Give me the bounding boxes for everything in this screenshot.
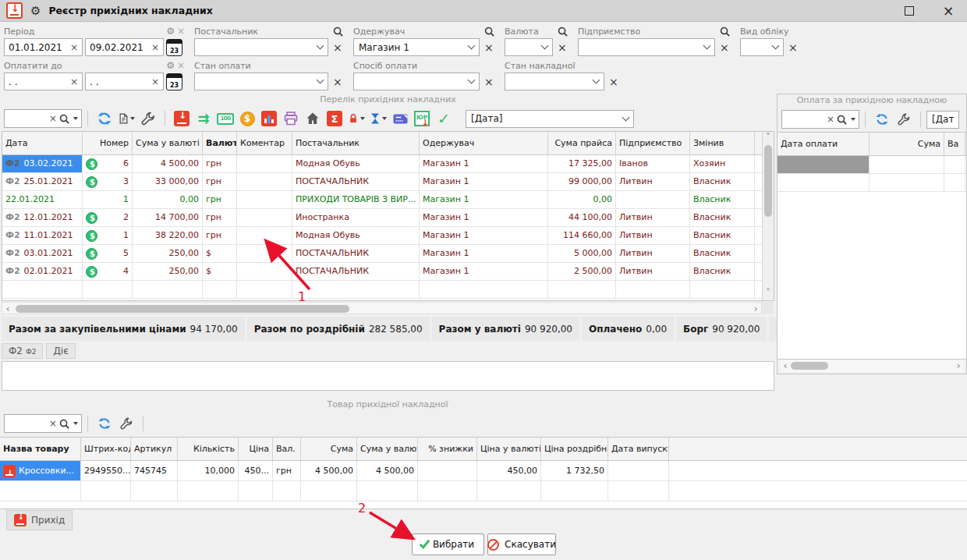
column-header[interactable]: Сума [870,133,944,155]
cell-price-sum[interactable]: 0,00 [548,191,616,208]
cell-sum-currency[interactable]: 33 000,00 [133,173,203,190]
period-to-input[interactable]: 09.02.2021 × [85,38,164,56]
cell-receiver[interactable]: Магазин 1 [420,191,548,208]
home-button[interactable] [304,110,321,127]
column-header[interactable]: Сума у валюті [357,438,418,460]
column-header[interactable]: Сума у валюті [133,132,203,154]
cell-product-name[interactable]: Кроссовки... [0,461,81,480]
search-icon[interactable] [836,114,848,126]
column-header[interactable]: Ціна роздрібна [541,438,608,460]
cell-comment[interactable] [237,227,292,244]
refresh-button[interactable] [873,111,891,128]
scrollbar-thumb[interactable] [16,305,349,313]
cell-date[interactable]: Ф203.01.2021 [2,245,83,262]
cell-enterprise[interactable]: Іванов [616,155,690,172]
column-header[interactable]: % знижки [418,438,477,460]
column-header[interactable]: Змінив [690,132,755,154]
cell-number[interactable]: 5 [83,245,133,262]
sort-combo[interactable]: [Дата] [926,111,959,129]
cell-number[interactable]: 2 [83,209,133,226]
column-header[interactable]: Назва товару [0,438,81,460]
cell-sum-currency[interactable]: 4 500,00 [357,461,418,480]
cell-currency[interactable]: грн [203,227,237,244]
cell-receiver[interactable]: Магазин 1 [420,155,548,172]
search-options-dropdown-icon[interactable] [73,117,78,120]
print-button[interactable] [282,110,299,127]
scroll-right-icon[interactable]: › [953,360,964,372]
cell-discount[interactable] [418,461,477,480]
history-button[interactable] [370,110,387,127]
cell-changed-by[interactable]: Власник [690,173,755,190]
search-icon[interactable] [557,26,569,37]
clear-x-icon[interactable]: × [49,419,57,428]
table-row[interactable]: Ф211.01.2021138 220,00грнМодная ОбувьМаг… [2,227,774,245]
pay-until-to-input[interactable]: . . × [85,73,164,90]
receiver-clear-icon[interactable]: × [484,42,494,53]
supplier-clear-icon[interactable]: × [333,42,342,53]
invoice-state-clear-icon[interactable]: × [609,76,618,87]
cell-number[interactable]: 1 [83,191,133,208]
search-icon[interactable] [332,26,344,37]
calendar-icon[interactable] [166,39,182,56]
cell-price-sum[interactable]: 99 000,00 [548,173,616,190]
cell-price-sum[interactable]: 2 500,00 [548,263,616,280]
column-header[interactable]: Сума прайса [548,132,616,154]
cell-article[interactable]: 745745 [131,461,178,480]
search-input[interactable]: × [4,109,82,128]
table-row[interactable]: Ф212.01.2021214 700,00грнИностранкаМагаз… [2,209,774,227]
select-button[interactable]: Вибрати [412,533,484,555]
view-tab[interactable]: Ф2Ф2 [2,343,43,359]
search-icon[interactable] [58,113,70,125]
scroll-left-icon[interactable]: ‹ [780,360,791,372]
cell-comment[interactable] [237,209,292,226]
table-row-selected-empty[interactable] [777,156,966,174]
pay-state-clear-icon[interactable]: × [333,76,342,87]
column-header[interactable]: Артикул [131,438,178,460]
cell-date[interactable]: Ф212.01.2021 [2,209,83,226]
cancel-button[interactable]: Скасувати [487,533,556,555]
column-header[interactable]: Підприємство [616,132,690,154]
scroll-right-icon[interactable]: › [750,303,761,315]
banknote-button[interactable] [217,110,234,127]
cell-enterprise[interactable]: Литвин [616,209,690,226]
tab-income[interactable]: Прихід [6,510,73,530]
cell-qty[interactable]: 10,000 [178,461,239,480]
table-row[interactable]: Ф203.01.20215250,00$ПОСТАЧАЛЬНИКМагазин … [2,245,774,263]
search-input[interactable]: × [781,110,859,129]
column-header[interactable]: Кількість [178,438,239,460]
cell-receiver[interactable]: Магазин 1 [420,245,548,262]
cell-date[interactable]: Ф203.02.2021 [2,155,83,172]
accounting-combo[interactable] [740,38,784,56]
cell-sum-currency[interactable]: 250,00 [133,263,203,280]
cell-currency[interactable]: грн [273,461,301,480]
clear-x-icon[interactable]: × [151,43,159,52]
cell-sum-currency[interactable]: 250,00 [133,245,203,262]
settings-button[interactable] [895,111,912,128]
sum-button[interactable] [326,110,343,127]
cell-sum-currency[interactable]: 0,00 [133,191,203,208]
cell-supplier[interactable]: ПОСТАЧАЛЬНИК [292,245,420,262]
table-row[interactable]: Кроссовки...2949550...74574510,000450...… [0,461,967,481]
currency-clear-icon[interactable]: × [558,42,567,53]
cell-empty[interactable] [357,481,418,501]
pay-method-combo[interactable] [353,73,480,90]
cell-enterprise[interactable]: Литвин [616,263,690,280]
cell-empty[interactable] [690,281,755,298]
cell-receiver[interactable]: Магазин 1 [420,227,548,244]
column-header[interactable]: Дата [2,132,83,154]
cell-price-currency[interactable]: 450,00 [477,461,541,480]
column-header[interactable]: Дата випуску [608,438,669,460]
receiver-combo[interactable]: Магазин 1 [353,38,480,56]
cell-enterprise[interactable]: Литвин [616,245,690,262]
cell-supplier[interactable]: Модная Обувь [292,227,420,244]
cell-enterprise[interactable] [616,191,690,208]
payment-button[interactable] [239,110,256,127]
cell-changed-by[interactable]: Власник [690,191,755,208]
cell-sum-currency[interactable]: 38 220,00 [133,227,203,244]
table-row[interactable]: Ф203.02.202164 500,00грнМодная ОбувьМага… [2,155,774,173]
pay-method-clear-icon[interactable]: × [484,76,494,87]
search-input[interactable]: × [4,414,82,433]
invoice-state-combo[interactable] [505,73,604,90]
cell-changed-by[interactable]: Хозяин [690,155,755,172]
cell-changed-by[interactable]: Власник [690,245,755,262]
